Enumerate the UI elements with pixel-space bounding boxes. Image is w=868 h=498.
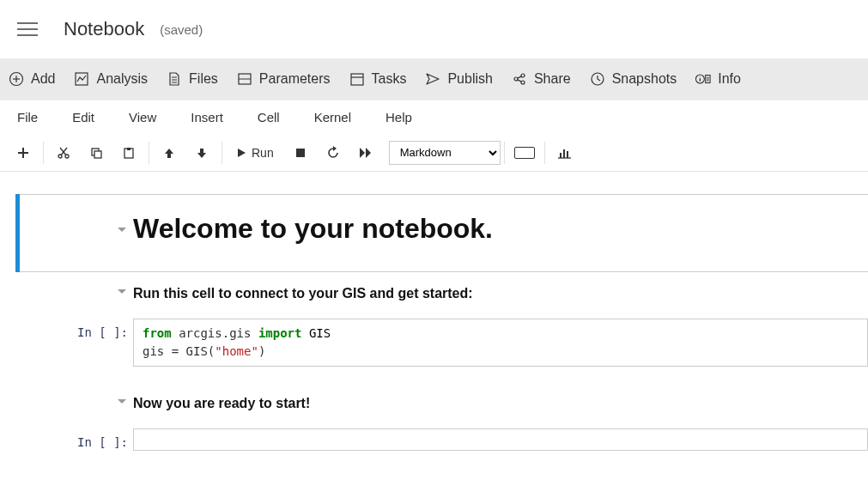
- input-prompt: In [ ]:: [73, 324, 128, 339]
- info-button[interactable]: Info: [695, 71, 741, 87]
- file-icon: [167, 71, 182, 87]
- snapshots-label: Snapshots: [612, 71, 677, 87]
- svg-rect-42: [563, 149, 565, 158]
- divider: [544, 142, 545, 164]
- notebook-container: Welcome to your notebook. Run this cell …: [0, 172, 868, 451]
- saved-status: (saved): [160, 22, 203, 37]
- share-button[interactable]: Share: [512, 71, 571, 87]
- chart-button[interactable]: [549, 139, 581, 167]
- share-icon: [512, 71, 527, 87]
- svg-line-34: [61, 148, 67, 155]
- copy-button[interactable]: [80, 139, 112, 167]
- collapse-toggle[interactable]: [116, 227, 128, 234]
- parameters-button[interactable]: Parameters: [237, 71, 331, 87]
- cell-heading: Welcome to your notebook.: [133, 213, 868, 245]
- add-label: Add: [31, 71, 55, 87]
- svg-line-20: [518, 76, 522, 78]
- analysis-icon: [74, 71, 89, 87]
- input-prompt: In [ ]:: [73, 434, 128, 449]
- run-label: Run: [252, 146, 274, 160]
- cell-text: Run this cell to connect to your GIS and…: [133, 282, 868, 301]
- markdown-cell[interactable]: Run this cell to connect to your GIS and…: [0, 282, 868, 301]
- stop-button[interactable]: [284, 139, 317, 167]
- publish-label: Publish: [447, 71, 492, 87]
- collapse-toggle[interactable]: [116, 288, 128, 295]
- parameters-label: Parameters: [259, 71, 331, 87]
- info-icon: [695, 71, 711, 87]
- menu-kernel[interactable]: Kernel: [314, 110, 351, 125]
- module-name: arcgis.gis: [179, 326, 251, 340]
- svg-rect-39: [127, 148, 131, 150]
- cell-text: Now you are ready to start!: [133, 392, 868, 411]
- keyboard-icon: [514, 147, 535, 159]
- svg-rect-41: [560, 153, 561, 158]
- paste-button[interactable]: [112, 139, 145, 167]
- tasks-label: Tasks: [372, 71, 407, 87]
- code-cell[interactable]: In [ ]:: [0, 428, 868, 451]
- class-name: GIS: [309, 326, 331, 340]
- share-label: Share: [534, 71, 571, 87]
- fast-forward-button[interactable]: [349, 139, 382, 167]
- publish-icon: [425, 71, 440, 87]
- info-label: Info: [718, 71, 741, 87]
- files-label: Files: [189, 71, 218, 87]
- hamburger-icon[interactable]: [17, 19, 38, 39]
- move-down-button[interactable]: [185, 139, 218, 167]
- markdown-cell[interactable]: Now you are ready to start!: [0, 392, 868, 411]
- svg-point-19: [521, 81, 525, 84]
- top-header: Notebook (saved): [0, 0, 868, 58]
- run-button[interactable]: Run: [226, 139, 284, 167]
- kw-from: from: [143, 326, 172, 340]
- svg-point-18: [521, 74, 525, 77]
- collapse-toggle[interactable]: [116, 398, 128, 405]
- app-toolbar: Add Analysis Files Parameters Tasks Publ…: [0, 58, 868, 100]
- menu-bar: File Edit View Insert Cell Kernel Help: [0, 100, 868, 134]
- code-cell[interactable]: In [ ]: from arcgis.gis import GIS gis =…: [0, 319, 868, 367]
- divider: [222, 142, 222, 164]
- snapshots-button[interactable]: Snapshots: [590, 71, 677, 87]
- markdown-cell-selected[interactable]: Welcome to your notebook.: [0, 172, 868, 260]
- parameters-icon: [237, 71, 252, 87]
- cell-type-select[interactable]: Markdown: [389, 141, 501, 165]
- code-input[interactable]: from arcgis.gis import GIS gis = GIS("ho…: [133, 319, 868, 367]
- svg-line-21: [518, 80, 522, 82]
- divider: [43, 142, 44, 164]
- insert-cell-button[interactable]: [7, 139, 39, 167]
- kw-import: import: [258, 326, 302, 340]
- menu-edit[interactable]: Edit: [72, 110, 94, 125]
- code-text: gis = GIS(: [143, 344, 215, 358]
- clock-icon: [590, 71, 605, 87]
- menu-insert[interactable]: Insert: [191, 110, 223, 125]
- code-text: ): [258, 344, 265, 358]
- svg-point-17: [514, 77, 518, 81]
- analysis-button[interactable]: Analysis: [74, 71, 148, 87]
- svg-rect-43: [567, 151, 568, 158]
- tasks-button[interactable]: Tasks: [349, 71, 407, 87]
- menu-help[interactable]: Help: [385, 110, 412, 125]
- svg-rect-37: [94, 151, 101, 158]
- plus-circle-icon: [9, 71, 24, 87]
- publish-button[interactable]: Publish: [425, 71, 492, 87]
- add-button[interactable]: Add: [9, 71, 55, 87]
- divider: [149, 142, 149, 164]
- divider: [504, 142, 505, 164]
- menu-cell[interactable]: Cell: [258, 110, 280, 125]
- svg-rect-40: [296, 149, 305, 157]
- action-toolbar: Run Markdown: [0, 134, 868, 172]
- svg-line-35: [60, 148, 66, 155]
- menu-file[interactable]: File: [17, 110, 38, 125]
- move-up-button[interactable]: [153, 139, 185, 167]
- calendar-icon: [349, 71, 365, 87]
- restart-kernel-button[interactable]: [317, 139, 349, 167]
- menu-view[interactable]: View: [129, 110, 156, 125]
- files-button[interactable]: Files: [167, 71, 218, 87]
- code-input[interactable]: [133, 428, 868, 451]
- selection-indicator: [15, 194, 20, 272]
- keyboard-button[interactable]: [508, 139, 541, 167]
- svg-rect-9: [351, 74, 363, 85]
- analysis-label: Analysis: [96, 71, 148, 87]
- cut-button[interactable]: [47, 139, 80, 167]
- page-title: Notebook: [64, 18, 144, 40]
- string-literal: "home": [215, 344, 258, 358]
